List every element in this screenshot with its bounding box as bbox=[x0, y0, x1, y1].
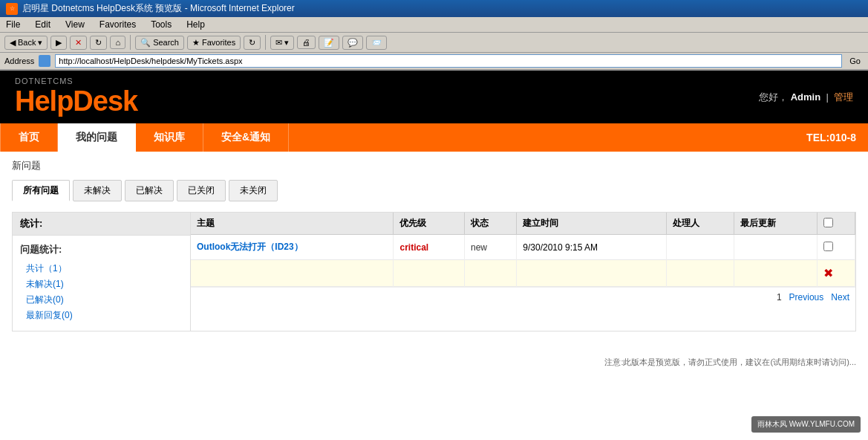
stop-icon: ✕ bbox=[75, 38, 82, 48]
content-area: 新问题 所有问题 未解决 已解决 已关闭 未关闭 统计: 问题统计: 共计（1）… bbox=[0, 152, 868, 339]
filter-tabs: 所有问题 未解决 已解决 已关闭 未关闭 bbox=[12, 180, 856, 201]
home-button[interactable]: ⌂ bbox=[110, 36, 125, 49]
media-button[interactable]: ↻ bbox=[244, 36, 261, 50]
ticket-link[interactable]: Outlook无法打开（ID23） bbox=[197, 242, 303, 252]
address-label: Address bbox=[4, 56, 34, 65]
star-icon: ★ bbox=[192, 38, 200, 48]
back-icon: ◀ bbox=[10, 38, 16, 48]
menu-tools[interactable]: Tools bbox=[148, 19, 174, 30]
toolbar-separator-2 bbox=[265, 35, 266, 50]
page-icon bbox=[39, 55, 50, 67]
ticket-priority-cell: critical bbox=[394, 235, 465, 260]
browser-toolbar: ◀ Back ▾ ▶ ✕ ↻ ⌂ 🔍 Search ★ Favorites ↻ … bbox=[0, 33, 868, 53]
discuss-button[interactable]: 💬 bbox=[342, 36, 363, 50]
menu-edit[interactable]: Edit bbox=[32, 19, 53, 30]
refresh-button[interactable]: ↻ bbox=[90, 36, 107, 50]
pagination: 1 Previous Next bbox=[191, 287, 855, 307]
empty-lastupdate bbox=[734, 260, 817, 287]
sidebar-item-resolved[interactable]: 已解决(0) bbox=[20, 292, 183, 308]
discuss-icon: 💬 bbox=[347, 38, 358, 48]
browser-titlebar: ☆ 启明星 Dotnetcms HelpDesk系统 预览版 - Microso… bbox=[0, 0, 868, 17]
back-button[interactable]: ◀ Back ▾ bbox=[4, 36, 48, 50]
forward-button[interactable]: ▶ bbox=[50, 36, 67, 50]
ticket-handler-cell bbox=[667, 235, 734, 260]
back-dropdown-icon: ▾ bbox=[38, 38, 42, 48]
menu-help[interactable]: Help bbox=[183, 19, 208, 30]
nav-tab-myissues[interactable]: 我的问题 bbox=[58, 123, 136, 152]
col-created: 建立时间 bbox=[517, 213, 667, 235]
go-button[interactable]: Go bbox=[846, 56, 864, 65]
mail-icon: ✉ bbox=[275, 38, 282, 48]
nav-tab-knowledge[interactable]: 知识库 bbox=[136, 123, 203, 152]
col-subject: 主题 bbox=[191, 213, 394, 235]
home-icon: ⌂ bbox=[115, 38, 120, 47]
sidebar-item-total[interactable]: 共计（1） bbox=[20, 261, 183, 276]
ticket-checkbox-cell bbox=[817, 235, 855, 260]
filter-resolved[interactable]: 已解决 bbox=[125, 180, 174, 201]
filter-unresolved[interactable]: 未解决 bbox=[73, 180, 122, 201]
sidebar-title: 统计: bbox=[13, 213, 190, 236]
refresh-icon: ↻ bbox=[95, 38, 102, 48]
col-checkbox bbox=[817, 213, 855, 235]
status-value: new bbox=[471, 242, 487, 253]
sidebar-item-unresolved[interactable]: 未解决(1) bbox=[20, 276, 183, 292]
edit-button[interactable]: 📝 bbox=[319, 36, 339, 50]
nav-tel: TEL:010-8 bbox=[806, 132, 868, 143]
ticket-checkbox[interactable] bbox=[823, 242, 833, 251]
col-status: 状态 bbox=[464, 213, 516, 235]
table-wrapper: 主题 优先级 状态 建立时间 处理人 最后更新 Outlook无 bbox=[190, 212, 856, 331]
menu-view[interactable]: View bbox=[62, 19, 88, 30]
nav-tab-security[interactable]: 安全&通知 bbox=[203, 123, 289, 152]
main-layout: 统计: 问题统计: 共计（1） 未解决(1) 已解决(0) 最新回复(0) 主题… bbox=[12, 212, 856, 331]
stop-button[interactable]: ✕ bbox=[70, 36, 87, 50]
sidebar-body: 问题统计: 共计（1） 未解决(1) 已解决(0) 最新回复(0) bbox=[13, 236, 190, 331]
brand-info: DOTNETCMS HelpDesk bbox=[15, 77, 137, 117]
edit-icon: 📝 bbox=[324, 38, 334, 48]
ticket-created-cell: 9/30/2010 9:15 AM bbox=[517, 235, 667, 260]
brand-name: DOTNETCMS bbox=[15, 77, 137, 85]
nav-tab-home[interactable]: 首页 bbox=[0, 123, 58, 152]
forward-icon: ▶ bbox=[56, 38, 62, 48]
col-priority: 优先级 bbox=[394, 213, 465, 235]
ticket-lastupdate-cell bbox=[734, 235, 817, 260]
filter-unclosed[interactable]: 未关闭 bbox=[229, 180, 278, 201]
filter-closed[interactable]: 已关闭 bbox=[177, 180, 226, 201]
sidebar-item-latest-reply[interactable]: 最新回复(0) bbox=[20, 308, 183, 323]
address-input[interactable] bbox=[55, 54, 842, 68]
pagination-next[interactable]: Next bbox=[831, 292, 849, 302]
messenger-button[interactable]: 📨 bbox=[366, 36, 387, 50]
ticket-status-cell: new bbox=[464, 235, 516, 260]
brand-container: DOTNETCMS HelpDesk bbox=[15, 77, 137, 117]
logo-text: HelpDesk bbox=[15, 85, 137, 117]
filter-all[interactable]: 所有问题 bbox=[12, 180, 70, 201]
pagination-prev[interactable]: Previous bbox=[789, 292, 824, 302]
search-button[interactable]: 🔍 Search bbox=[135, 36, 184, 50]
print-icon: 🖨 bbox=[302, 38, 310, 47]
ticket-subject-cell: Outlook无法打开（ID23） bbox=[191, 235, 394, 260]
toolbar-separator bbox=[130, 35, 131, 50]
col-handler: 处理人 bbox=[667, 213, 734, 235]
footer-note: 注意:此版本是预览版，请勿正式使用，建议在(试用期结束时请访问)... bbox=[0, 354, 868, 371]
table-row: Outlook无法打开（ID23） critical new 9/30/2010… bbox=[191, 235, 855, 260]
media-icon: ↻ bbox=[249, 38, 255, 48]
menu-file[interactable]: File bbox=[3, 19, 23, 30]
delete-icon[interactable]: ✖ bbox=[823, 267, 833, 279]
priority-value: critical bbox=[399, 242, 428, 253]
favorites-button[interactable]: ★ Favorites bbox=[187, 36, 241, 50]
col-last-update: 最后更新 bbox=[734, 213, 817, 235]
browser-title: 启明星 Dotnetcms HelpDesk系统 预览版 - Microsoft… bbox=[22, 2, 295, 15]
new-issue-link[interactable]: 新问题 bbox=[12, 159, 856, 172]
mail-button[interactable]: ✉ ▾ bbox=[270, 36, 294, 50]
nav-tabs: 首页 我的问题 知识库 安全&通知 bbox=[0, 123, 289, 152]
print-button[interactable]: 🖨 bbox=[297, 36, 316, 49]
search-icon: 🔍 bbox=[140, 38, 151, 48]
app-header: DOTNETCMS HelpDesk 您好， Admin | 管理 bbox=[0, 71, 868, 123]
select-all-checkbox[interactable] bbox=[823, 218, 833, 227]
sidebar: 统计: 问题统计: 共计（1） 未解决(1) 已解决(0) 最新回复(0) bbox=[12, 212, 190, 331]
empty-priority bbox=[394, 260, 465, 287]
browser-menubar: File Edit View Favorites Tools Help bbox=[0, 17, 868, 33]
empty-action: ✖ bbox=[817, 260, 855, 287]
tickets-table: 主题 优先级 状态 建立时间 处理人 最后更新 Outlook无 bbox=[191, 213, 855, 287]
menu-favorites[interactable]: Favorites bbox=[97, 19, 139, 30]
admin-link[interactable]: 管理 bbox=[834, 91, 853, 103]
